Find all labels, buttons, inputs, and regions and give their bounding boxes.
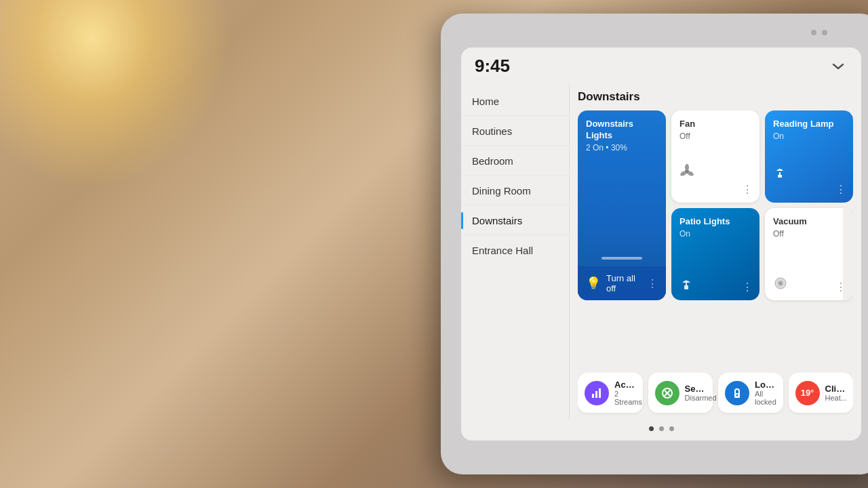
locks-text: Locks All locked [755, 380, 776, 406]
vacuum-icon [773, 276, 788, 293]
active-media-card[interactable]: Active Media 2 Streams [578, 373, 643, 413]
fan-icon [679, 164, 694, 182]
active-media-value: 2 Streams [614, 390, 636, 406]
tiles-grid: Downstairs Lights 2 On • 30% 💡 Turn all … [578, 110, 853, 300]
device-indicators [811, 30, 827, 35]
climate-text: Clim... Heat... [825, 384, 847, 402]
tiles-area: Downstairs Lights 2 On • 30% 💡 Turn all … [578, 110, 853, 366]
vacuum-menu-icon[interactable]: ⋮ [835, 281, 846, 293]
status-bar: Active Media 2 Streams [578, 373, 853, 420]
svg-rect-11 [592, 394, 594, 398]
sidebar: Home Routines Bedroom Dining Room Downst… [461, 82, 570, 420]
active-media-text: Active Media 2 Streams [614, 380, 636, 406]
reading-lamp-status: On [773, 131, 845, 141]
sidebar-item-entrance-hall[interactable]: Entrance Hall [461, 237, 569, 264]
security-icon [655, 381, 679, 405]
security-value: Disarmed [685, 394, 707, 402]
security-label: Security [685, 384, 707, 394]
svg-point-10 [779, 282, 782, 285]
device-dot-2 [822, 30, 827, 35]
fan-tile[interactable]: Fan Off ⋮ [671, 110, 760, 203]
locks-value: All locked [755, 390, 776, 406]
top-bar: 9:45 [461, 47, 861, 82]
patio-lights-menu-icon[interactable]: ⋮ [742, 281, 753, 293]
more-options-icon[interactable]: ⋮ [647, 277, 658, 290]
vacuum-status: Off [773, 229, 845, 239]
chevron-down-icon[interactable] [829, 57, 848, 76]
page-dot-2[interactable] [659, 426, 664, 431]
page-indicator [461, 420, 861, 441]
svg-rect-13 [599, 388, 601, 398]
sidebar-item-bedroom[interactable]: Bedroom [461, 147, 569, 176]
downstairs-lights-status: 2 On • 30% [586, 143, 658, 152]
locks-icon [725, 381, 749, 405]
clock: 9:45 [475, 56, 510, 77]
turn-all-off-button[interactable]: 💡 Turn all off ⋮ [578, 266, 666, 300]
downstairs-lights-tile[interactable]: Downstairs Lights 2 On • 30% 💡 Turn all … [578, 110, 666, 300]
turn-off-label: Turn all off [606, 273, 642, 293]
svg-point-18 [736, 394, 738, 396]
patio-lights-tile[interactable]: Patio Lights On ⋮ [671, 208, 760, 300]
section-title: Downstairs [578, 90, 853, 104]
light-icon: 💡 [586, 276, 601, 291]
active-media-label: Active Media [614, 380, 636, 390]
security-text: Security Disarmed [685, 384, 707, 402]
climate-label: Clim... [825, 384, 847, 394]
sidebar-item-home[interactable]: Home [461, 87, 569, 116]
active-media-icon [585, 381, 609, 405]
vacuum-name: Vacuum [773, 216, 845, 228]
device-dot-1 [811, 30, 816, 35]
page-dot-1[interactable] [649, 426, 654, 431]
main-content: Home Routines Bedroom Dining Room Downst… [461, 82, 861, 420]
fan-menu-icon[interactable]: ⋮ [742, 183, 753, 196]
reading-lamp-tile[interactable]: Reading Lamp On ⋮ [765, 110, 853, 203]
right-panel: Downstairs Downstairs Lights 2 On • 30% … [570, 82, 861, 420]
svg-point-1 [685, 164, 689, 171]
sidebar-item-routines[interactable]: Routines [461, 117, 569, 146]
downstairs-lights-name: Downstairs Lights [586, 119, 658, 142]
smart-home-screen: 9:45 Home Routines Bedroom Dining Room D… [461, 47, 861, 441]
locks-label: Locks [755, 380, 776, 390]
svg-rect-5 [779, 172, 781, 176]
svg-rect-12 [595, 391, 597, 398]
sidebar-item-downstairs[interactable]: Downstairs [461, 207, 569, 235]
svg-rect-7 [686, 283, 687, 286]
device-frame: 9:45 Home Routines Bedroom Dining Room D… [441, 14, 868, 474]
reading-lamp-icon [773, 165, 787, 182]
climate-icon: 19° [795, 381, 820, 405]
patio-lights-status: On [679, 229, 751, 239]
patio-lights-icon [679, 277, 693, 293]
lamp-glow [0, 0, 231, 190]
security-card[interactable]: Security Disarmed [648, 373, 713, 413]
reading-lamp-menu-icon[interactable]: ⋮ [835, 183, 846, 196]
climate-card[interactable]: 19° Clim... Heat... [789, 373, 854, 413]
vacuum-tile[interactable]: Vacuum Off ⋮ [765, 208, 853, 300]
sidebar-item-dining-room[interactable]: Dining Room [461, 177, 569, 205]
page-dot-3[interactable] [669, 426, 674, 431]
reading-lamp-name: Reading Lamp [773, 119, 845, 130]
climate-value: Heat... [825, 394, 847, 402]
brightness-slider[interactable] [601, 257, 642, 260]
patio-lights-name: Patio Lights [679, 216, 751, 228]
locks-card[interactable]: Locks All locked [718, 373, 783, 413]
fan-name: Fan [679, 119, 751, 130]
fan-status: Off [679, 131, 751, 141]
